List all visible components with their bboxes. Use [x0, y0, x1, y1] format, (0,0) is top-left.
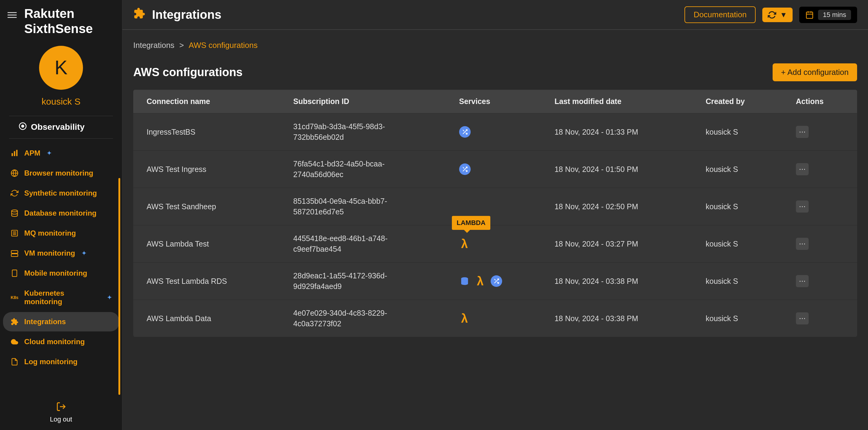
nav-list: APM✦Browser monitoringSynthetic monitori… [0, 139, 122, 395]
sidebar-item-apm[interactable]: APM✦ [3, 143, 119, 163]
hamburger-menu-button[interactable] [6, 6, 18, 24]
table-row: AWS Test Sandheep85135b04-0e9a-45ca-bbb7… [133, 188, 857, 225]
time-range-selector[interactable]: 15 mins [799, 7, 857, 23]
sparkle-icon: ✦ [47, 150, 52, 156]
globe-icon [10, 169, 19, 177]
k8s-icon: K8s [10, 293, 19, 302]
lambda-service-icon: λ [459, 313, 470, 324]
column-header: Subscription ID [280, 90, 445, 113]
nav-label: Kubernetes monitoring [24, 289, 100, 306]
sidebar-item-integrations[interactable]: Integrations [3, 312, 119, 332]
nav-label: Synthetic monitoring [24, 189, 97, 197]
nav-label: Database monitoring [24, 209, 97, 218]
refresh-button[interactable]: ▼ [762, 7, 793, 22]
column-header: Last modified date [541, 90, 692, 113]
sidebar-item-log-monitoring[interactable]: Log monitoring [3, 352, 119, 371]
sidebar-item-kubernetes-monitoring[interactable]: K8sKubernetes monitoring✦ [3, 284, 119, 311]
connection-name-cell: AWS Lambda Data [133, 300, 280, 337]
sparkle-icon: ✦ [107, 294, 112, 301]
date-cell: 18 Nov, 2024 - 01:33 PM [541, 113, 692, 151]
sparkle-icon: ✦ [82, 250, 86, 257]
date-cell: 18 Nov, 2024 - 03:27 PM [541, 225, 692, 263]
row-actions-button[interactable]: ⋯ [796, 275, 809, 287]
lambda-service-icon: λ [475, 276, 486, 287]
breadcrumb-root[interactable]: Integrations [133, 40, 175, 50]
row-actions-button[interactable]: ⋯ [796, 238, 809, 250]
puzzle-icon [133, 7, 145, 22]
sidebar: Rakuten SixthSense K kousick S Observabi… [0, 0, 122, 430]
table-row: AWS Test Lambda RDS28d9eac1-1a55-4172-93… [133, 263, 857, 300]
nav-label: Mobile monitoring [24, 269, 87, 278]
sidebar-item-mq-monitoring[interactable]: MQ monitoring [3, 224, 119, 243]
refresh-icon [768, 10, 776, 19]
puzzle-icon [10, 317, 19, 326]
created-by-cell: kousick S [692, 263, 783, 300]
shuffle-service-icon [491, 275, 502, 287]
profile-section: K kousick S [0, 46, 122, 116]
logout-button[interactable]: Log out [0, 395, 122, 430]
cloud-icon [10, 338, 19, 346]
content-area: Integrations > AWS configurations AWS co… [122, 30, 868, 430]
column-header: Created by [692, 90, 783, 113]
page-title: Integrations [152, 8, 221, 22]
section-label: Observability [31, 122, 85, 132]
avatar[interactable]: K [39, 46, 83, 90]
service-tooltip: LAMBDA [452, 216, 490, 230]
logout-icon [56, 401, 66, 413]
nav-label: Integrations [24, 317, 66, 326]
sidebar-item-vm-monitoring[interactable]: VM monitoring✦ [3, 243, 119, 263]
table-row: IngressTestBS31cd79ab-3d3a-45f5-98d3-732… [133, 113, 857, 151]
svg-rect-13 [11, 254, 18, 257]
main-content: Integrations Documentation ▼ 15 mins Int… [122, 0, 868, 430]
row-actions-button[interactable]: ⋯ [796, 312, 809, 324]
sync-icon [10, 189, 19, 197]
subscription-id-cell: 31cd79ab-3d3a-45f5-98d3-732bb56eb02d [280, 113, 445, 151]
row-actions-button[interactable]: ⋯ [796, 200, 809, 212]
svg-rect-4 [16, 150, 17, 156]
subtitle: AWS configurations [133, 66, 243, 79]
add-configuration-button[interactable]: + Add configuration [773, 63, 857, 81]
nav-label: VM monitoring [24, 249, 75, 257]
services-cell [446, 113, 541, 151]
sidebar-item-synthetic-monitoring[interactable]: Synthetic monitoring [3, 183, 119, 203]
created-by-cell: kousick S [692, 151, 783, 188]
actions-cell: ⋯ [783, 225, 857, 263]
row-actions-button[interactable]: ⋯ [796, 163, 809, 175]
svg-rect-17 [806, 12, 813, 18]
breadcrumb-separator: > [179, 40, 184, 50]
sidebar-item-cloud-monitoring[interactable]: Cloud monitoring [3, 332, 119, 351]
configurations-table: Connection nameSubscription IDServicesLa… [133, 90, 857, 337]
breadcrumb-current: AWS configurations [189, 40, 257, 50]
nav-label: Browser monitoring [24, 169, 93, 177]
created-by-cell: kousick S [692, 300, 783, 337]
services-cell: LAMBDAλ [446, 225, 541, 263]
subscription-id-cell: 28d9eac1-1a55-4172-936d-9d929fa4aed9 [280, 263, 445, 300]
table-header-row: Connection nameSubscription IDServicesLa… [133, 90, 857, 113]
services-cell [446, 151, 541, 188]
lambda-service-icon: λ [459, 238, 470, 249]
actions-cell: ⋯ [783, 300, 857, 337]
connection-name-cell: AWS Lambda Test [133, 225, 280, 263]
subscription-id-cell: 4e07e029-340d-4c83-8229-4c0a37273f02 [280, 300, 445, 337]
subscription-id-cell: 4455418e-eed8-46b1-a748-c9eef7bae454 [280, 225, 445, 263]
date-cell: 18 Nov, 2024 - 02:50 PM [541, 188, 692, 225]
subscription-id-cell: 85135b04-0e9a-45ca-bbb7-587201e6d7e5 [280, 188, 445, 225]
table-row: AWS Lambda Test4455418e-eed8-46b1-a748-c… [133, 225, 857, 263]
sidebar-item-browser-monitoring[interactable]: Browser monitoring [3, 164, 119, 183]
created-by-cell: kousick S [692, 225, 783, 263]
created-by-cell: kousick S [692, 188, 783, 225]
sidebar-item-database-monitoring[interactable]: Database monitoring [3, 203, 119, 223]
date-cell: 18 Nov, 2024 - 03:38 PM [541, 300, 692, 337]
row-actions-button[interactable]: ⋯ [796, 126, 809, 138]
brand-title: Rakuten SixthSense [24, 6, 116, 37]
actions-cell: ⋯ [783, 151, 857, 188]
svg-rect-12 [11, 251, 18, 253]
sidebar-item-mobile-monitoring[interactable]: Mobile monitoring [3, 263, 119, 283]
subscription-id-cell: 76fa54c1-bd32-4a50-bcaa-2740a56d06ec [280, 151, 445, 188]
documentation-button[interactable]: Documentation [684, 6, 756, 23]
shuffle-service-icon [459, 126, 471, 138]
actions-cell: ⋯ [783, 263, 857, 300]
svg-line-26 [463, 167, 464, 168]
actions-cell: ⋯ [783, 113, 857, 151]
nav-label: APM [24, 149, 40, 157]
